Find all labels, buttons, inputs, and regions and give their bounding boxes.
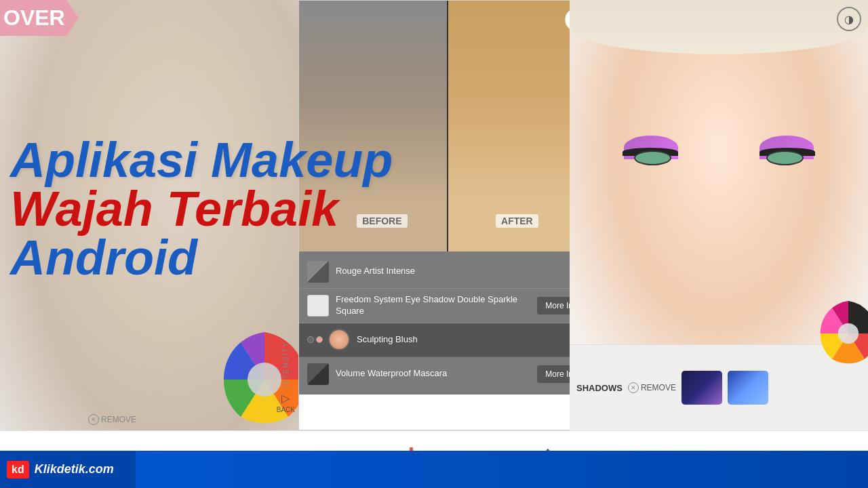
over-label: OVER: [0, 0, 79, 36]
remove-label-right: REMOVE: [641, 383, 676, 392]
headline-overlay: Aplikasi Makeup Wajah Terbaik Android: [10, 136, 539, 282]
hair-top: [570, 0, 868, 54]
mascara-name: Volume Waterproof Mascara: [336, 368, 537, 380]
product-mascara: Volume Waterproof Mascara More Info: [299, 357, 596, 391]
blue-bottom-bar: [136, 451, 868, 488]
right-eye: [766, 150, 804, 165]
x-circle-left: ✕: [88, 414, 99, 425]
right-panel: ◑ SHADOWS ✕ REMOVE INTENSITY ▷: [570, 0, 868, 488]
kd-brand-text: Klikdetik.com: [35, 462, 114, 476]
x-circle-right: ✕: [628, 382, 639, 393]
dot-1: [307, 336, 314, 343]
product-eyeshadow: Freedom System Eye Shadow Double Sparkle…: [299, 289, 596, 323]
back-button-left[interactable]: ▷ BACK: [277, 392, 295, 413]
intensity-back-left: INTENSITY ▷ BACK: [277, 341, 295, 413]
svg-point-1: [838, 323, 859, 344]
color-wheel-svg-right: [794, 296, 868, 371]
sculpting-blush-name: Sculpting Blush: [357, 334, 588, 346]
eyeshadow-thumb: [307, 295, 329, 317]
headline-line1: Aplikasi Makeup: [10, 136, 539, 184]
color-wheel-right[interactable]: [794, 296, 868, 371]
remove-left[interactable]: ✕ REMOVE: [88, 414, 136, 425]
eye-swatch-1[interactable]: [682, 371, 722, 405]
dot-2: [316, 336, 323, 343]
eye-swatch-2[interactable]: [728, 371, 768, 405]
headline-line3: Android: [10, 233, 539, 282]
back-arrow-left: ▷: [281, 392, 290, 405]
blush-indicator: [307, 336, 323, 343]
blush-thumb: [328, 329, 350, 350]
left-eye: [634, 150, 671, 165]
headline-line2: Wajah Terbaik: [10, 184, 539, 233]
kd-box: kd: [7, 461, 29, 479]
remove-button-right[interactable]: ✕ REMOVE: [628, 382, 676, 393]
intensity-label-left: INTENSITY: [282, 341, 290, 388]
shadows-label: SHADOWS: [576, 383, 623, 393]
remove-label-left: REMOVE: [101, 415, 136, 424]
klikdetik-logo[interactable]: kd Klikdetik.com: [0, 451, 136, 488]
back-label-left: BACK: [277, 406, 295, 413]
top-right-icon[interactable]: ◑: [837, 7, 861, 31]
product-sculpting-blush: Sculpting Blush: [299, 323, 596, 357]
shadows-panel: SHADOWS ✕ REMOVE INTENSITY ▷ BACK: [570, 344, 868, 430]
mascara-thumb: [307, 363, 329, 385]
eyeshadow-name: Freedom System Eye Shadow Double Sparkle…: [336, 294, 537, 317]
